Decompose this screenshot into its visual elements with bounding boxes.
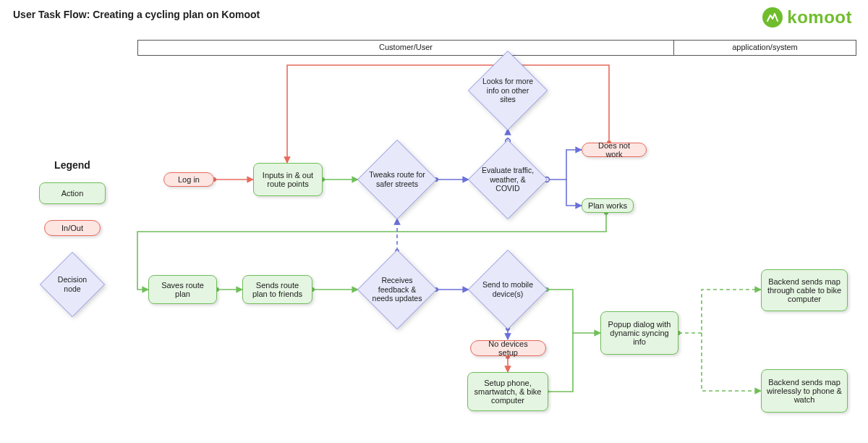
node-backend-cable: Backend sends map through cable to bike … xyxy=(761,269,848,311)
node-setup: Setup phone, smartwatch, & bike computer xyxy=(467,372,548,411)
node-backend-wireless: Backend sends map wirelessly to phone & … xyxy=(761,369,848,413)
node-tweaks: Tweaks route for safer streets xyxy=(357,140,437,219)
node-lookinfo: Looks for more info on other sites xyxy=(468,51,548,130)
node-inputs: Inputs in & out route points xyxy=(253,163,323,196)
node-login: Log in xyxy=(163,172,214,187)
node-sendmobile: Send to mobile device(s) xyxy=(468,250,548,329)
node-planworks: Plan works xyxy=(582,198,634,213)
node-sends: Sends route plan to friends xyxy=(242,275,312,304)
node-nodevices: No devices setup xyxy=(470,340,546,356)
node-evaluate: Evaluate traffic, weather, & COVID xyxy=(468,140,548,219)
node-saves: Saves route plan xyxy=(148,275,217,304)
node-popup: Popup dialog with dynamic syncing info xyxy=(600,311,678,355)
node-doesnotwork: Does not work xyxy=(582,143,647,157)
node-feedback: Receives feedback & needs updates xyxy=(357,250,437,329)
connectors-layer xyxy=(0,0,868,443)
flowchart: Log in Inputs in & out route points Twea… xyxy=(0,0,868,443)
